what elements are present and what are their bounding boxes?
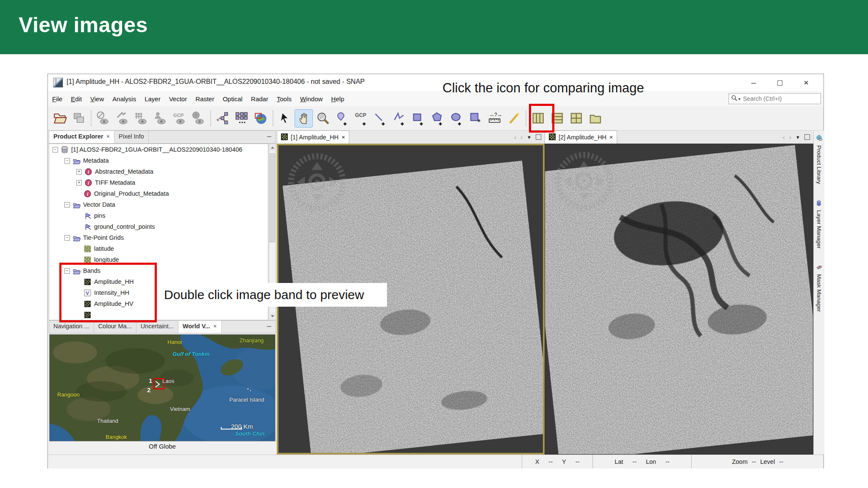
scrollbar-thumb[interactable] (270, 153, 275, 242)
info-icon: i (84, 168, 92, 176)
scroll-up-button[interactable] (269, 144, 275, 151)
pan-tool-button[interactable] (295, 109, 313, 128)
open-product-button[interactable] (50, 109, 69, 128)
expander-icon[interactable]: − (64, 235, 70, 241)
close-icon[interactable]: × (609, 134, 613, 141)
minimize-panel-icon[interactable]: – (267, 321, 275, 333)
band-icon (549, 133, 556, 141)
menu-optical[interactable]: Optical (218, 95, 247, 103)
slide-title: View images (0, 0, 868, 37)
search-scope-caret-icon[interactable]: ▾ (738, 97, 740, 101)
menu-tools[interactable]: Tools (273, 95, 296, 103)
menu-view[interactable]: View (86, 95, 108, 103)
world-map[interactable]: HanoiZhanjiangGulf of TonkinRangoonLaosP… (49, 334, 275, 441)
world-map-overlay-button[interactable] (189, 109, 207, 128)
tab-list-dropdown-icon[interactable]: ▼ (527, 135, 531, 140)
tab-pixel-info[interactable]: Pixel Info (114, 131, 149, 143)
measurement-tool-button[interactable]: ↔?↔ (485, 109, 504, 128)
view2-canvas[interactable] (545, 144, 813, 455)
save-product-button[interactable] (70, 109, 88, 128)
tree-row-original-product-metadata[interactable]: iOriginal_Product_Metadata (49, 188, 268, 199)
status-text: Lat (615, 458, 623, 465)
tab-navigation[interactable]: Navigation ... (49, 321, 94, 333)
rectangle-tool-button[interactable] (409, 109, 427, 128)
tab-list-dropdown-icon[interactable]: ▼ (796, 135, 800, 140)
menu-radar[interactable]: Radar (247, 95, 273, 103)
minimize-button[interactable]: – (740, 74, 767, 91)
tab-product-explorer[interactable]: Product Explorer× (49, 131, 114, 143)
gcp-manager-button[interactable]: GCP (170, 109, 188, 128)
band-icon (281, 133, 288, 141)
menu-edit[interactable]: Edit (67, 95, 86, 103)
zoom-tool-button[interactable] (314, 109, 332, 128)
image-view-2: [2] Amplitude_HH × ‹ › ▼ (545, 130, 813, 455)
tie-point-grid-overlay-button[interactable] (132, 109, 150, 128)
line-tool-button[interactable] (371, 109, 389, 128)
tile-single-button[interactable] (586, 109, 604, 128)
search-box[interactable]: ▾ Search (Ctrl+I) (729, 93, 821, 104)
polyline-tool-button[interactable] (390, 109, 408, 128)
window-titlebar[interactable]: SNAP [1] Amplitude_HH - ALOS2-FBDR2_1GUA… (48, 74, 823, 92)
magic-wand-tool-button[interactable] (504, 109, 523, 128)
pin-placing-tool-button[interactable] (333, 109, 351, 128)
expander-icon[interactable]: − (53, 147, 58, 152)
map-label-200-km: 200 Km (231, 423, 253, 430)
tree-row-metadata[interactable]: −Metadata (49, 155, 268, 166)
status-text: -- (632, 458, 637, 465)
menu-help[interactable]: Help (327, 95, 348, 103)
subset-tool-button[interactable]: * (466, 109, 484, 128)
menu-raster[interactable]: Raster (191, 95, 218, 103)
off-globe-label: Off Globe (48, 443, 277, 450)
tree-label: Metadata (83, 157, 108, 164)
maximize-button[interactable]: □ (767, 74, 793, 91)
minimize-panel-icon[interactable]: – (267, 131, 275, 143)
view1-tab[interactable]: [1] Amplitude_HH × (277, 130, 349, 144)
tree-row-tiff-metadata[interactable]: +iTIFF Metadata (49, 177, 268, 188)
menu-analysis[interactable]: Analysis (108, 95, 140, 103)
expander-icon[interactable]: − (64, 202, 70, 208)
scroll-tabs-right-icon[interactable]: › (789, 133, 791, 141)
close-button[interactable]: × (793, 74, 819, 91)
tree-row-ground-control-points[interactable]: ground_control_points (49, 221, 268, 232)
maximize-view-icon[interactable] (536, 134, 541, 140)
tree-row-vector-data[interactable]: −Vector Data (49, 199, 268, 210)
ellipse-tool-button[interactable] (447, 109, 465, 128)
dock-tab-mask-manager[interactable]: Mask Manager (814, 259, 824, 312)
dock-tab-product-library[interactable]: Product Library (814, 130, 824, 184)
menu-vector[interactable]: Vector (165, 95, 192, 103)
close-icon[interactable]: × (213, 323, 217, 330)
gcp-placing-tool-button[interactable]: GCP (352, 109, 370, 128)
maximize-view-icon[interactable] (804, 134, 810, 140)
tree-row-tie-point-grids[interactable]: −Tie-Point Grids (49, 232, 268, 243)
menu-layer[interactable]: Layer (140, 95, 165, 103)
vector-overlay-button[interactable] (113, 109, 131, 128)
menu-window[interactable]: Window (296, 95, 327, 103)
batch-processing-button[interactable] (232, 109, 250, 128)
close-icon[interactable]: × (342, 134, 345, 141)
scroll-tabs-left-icon[interactable]: ‹ (514, 133, 516, 141)
menu-file[interactable]: File (48, 95, 67, 103)
scroll-down-button[interactable] (269, 313, 275, 320)
selection-tool-button[interactable] (275, 109, 294, 128)
view2-tab[interactable]: [2] Amplitude_HH × (545, 130, 617, 144)
graph-builder-button[interactable]: * (213, 109, 231, 128)
polygon-tool-button[interactable] (428, 109, 446, 128)
expander-icon[interactable]: + (76, 180, 82, 186)
close-icon[interactable]: × (106, 133, 110, 140)
expander-icon[interactable]: − (64, 158, 70, 164)
tab-world-v[interactable]: World V...× (178, 321, 222, 333)
pin-overlay-button[interactable] (94, 109, 112, 128)
tile-evenly-button[interactable] (567, 109, 585, 128)
dock-tab-layer-manager[interactable]: Layer Manager (814, 195, 824, 249)
tree-row-abstracted-metadata[interactable]: +iAbstracted_Metadata (49, 166, 268, 177)
scroll-tabs-right-icon[interactable]: › (520, 133, 523, 141)
tree-row-latitude[interactable]: latitude (49, 243, 268, 254)
tree-row-pins[interactable]: pins (49, 210, 268, 221)
tree-row-1-alos2-fbdr2-1gua-orbit-alos2209010340-180406[interactable]: −[1] ALOS2-FBDR2_1GUA-ORBIT__ALOS2209010… (49, 144, 268, 155)
expander-icon[interactable]: + (76, 169, 82, 175)
scroll-tabs-left-icon[interactable]: ‹ (783, 133, 785, 141)
tab-uncertaint[interactable]: Uncertaint... (136, 321, 178, 333)
pin-manager-button[interactable] (151, 109, 169, 128)
reprojection-button[interactable] (251, 109, 270, 128)
tab-colour-ma[interactable]: Colour Ma... (94, 321, 136, 333)
